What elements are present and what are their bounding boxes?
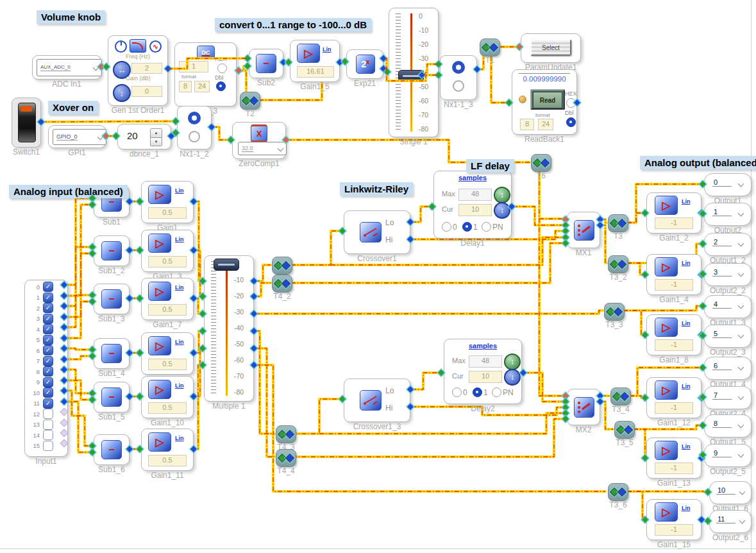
junction-t4[interactable]: [272, 257, 292, 275]
channel-checkbox[interactable]: [43, 377, 53, 387]
mode-0-radio[interactable]: [442, 222, 451, 232]
mode-pn-radio[interactable]: [492, 387, 501, 397]
gain-value-field[interactable]: -1: [655, 279, 693, 291]
junction-out-port[interactable]: [249, 96, 258, 105]
freq-value-field[interactable]: 2: [131, 63, 162, 74]
slider-knob[interactable]: [214, 259, 239, 271]
junction-t4-2[interactable]: T4_2: [272, 275, 292, 293]
channel-checkbox[interactable]: [43, 420, 53, 430]
max-knob-icon[interactable]: ↕: [494, 187, 510, 203]
junction-t2[interactable]: T2: [240, 92, 260, 110]
junction-out-port[interactable]: [281, 279, 290, 288]
gain-value-field[interactable]: 0.5: [148, 256, 187, 268]
gain-value-field[interactable]: 0.5: [148, 304, 187, 316]
block-output2[interactable]: 1Output2: [704, 203, 752, 226]
adc-in1-select[interactable]: AUX_ADC_0: [37, 59, 102, 76]
cur-knob-icon[interactable]: ↕: [504, 369, 521, 386]
junction-out-port[interactable]: [541, 158, 550, 167]
lin-link[interactable]: Lin: [175, 236, 184, 242]
gain-value-field[interactable]: 0.5: [148, 455, 187, 466]
block-output1-6[interactable]: 10Output1_6: [709, 481, 752, 504]
gain-value-field[interactable]: 0.5: [148, 359, 187, 370]
junction-out-port[interactable]: [620, 392, 629, 401]
format-int-field[interactable]: 8: [179, 81, 192, 92]
junction-t3-2[interactable]: T3_2: [608, 255, 628, 273]
gain-value-field[interactable]: -1: [655, 339, 693, 351]
block-output2-3[interactable]: 5Output2_3: [704, 325, 752, 348]
junction-t3-5[interactable]: T3_5: [614, 421, 635, 439]
dbl-radio[interactable]: [566, 117, 576, 127]
block-output2-6[interactable]: 11Output2_6: [709, 510, 752, 533]
junction-out-port[interactable]: [624, 425, 633, 434]
channel-checkbox[interactable]: [43, 324, 53, 334]
junction-out-port[interactable]: [614, 307, 623, 316]
junction-out-port[interactable]: [617, 260, 626, 269]
gain-value-field[interactable]: -1: [655, 463, 693, 474]
gpi1-select[interactable]: GPIO_0: [53, 129, 106, 145]
cur-delay-field[interactable]: 10: [469, 371, 502, 383]
samples-link[interactable]: samples: [444, 342, 521, 350]
lin-link[interactable]: Lin: [682, 443, 691, 450]
lin-link[interactable]: Lin: [682, 320, 691, 327]
mode-pn-radio[interactable]: [482, 222, 491, 232]
lowpass-curve-icon[interactable]: [130, 39, 146, 53]
junction-out-port[interactable]: [617, 219, 626, 228]
mode-1-radio[interactable]: [473, 387, 482, 397]
block-output2-5[interactable]: 9Output2_5: [704, 444, 752, 467]
gain-value-field[interactable]: -1: [655, 524, 693, 536]
junction-out-port[interactable]: [617, 488, 626, 497]
junction-out-port[interactable]: [285, 430, 294, 439]
junction-t3-4[interactable]: T3_4: [610, 387, 631, 405]
hex-radio[interactable]: [566, 98, 576, 108]
block-output1-5[interactable]: 8Output1_5: [704, 414, 752, 438]
max-delay-field[interactable]: 48: [469, 355, 502, 368]
lin-link[interactable]: Lin: [682, 505, 691, 511]
spinner-icon[interactable]: ▲▼: [150, 128, 162, 146]
mux-option-icon[interactable]: [453, 80, 464, 92]
rocker-switch-icon[interactable]: [18, 103, 36, 142]
junction-t3-3[interactable]: T3_3: [604, 303, 625, 321]
lin-link[interactable]: Lin: [682, 260, 691, 266]
block-output2-4[interactable]: 7Output2_4: [704, 386, 752, 409]
lin-link[interactable]: Lin: [323, 46, 332, 53]
max-delay-field[interactable]: 48: [458, 189, 492, 201]
block-output1[interactable]: 0Output1: [704, 173, 752, 196]
block-output1-4[interactable]: 6Output1_4: [704, 357, 752, 380]
channel-checkbox[interactable]: [43, 356, 53, 366]
channel-checkbox[interactable]: [43, 314, 53, 324]
block-output1-3[interactable]: 4Output1_3: [704, 295, 752, 318]
channel-checkbox[interactable]: [43, 366, 53, 377]
dbl-radio[interactable]: [216, 81, 226, 91]
junction-out-port[interactable]: [285, 454, 294, 463]
gain-value-field[interactable]: 0.5: [148, 402, 187, 414]
format-int-field[interactable]: 8: [520, 119, 534, 130]
power-icon[interactable]: [115, 40, 127, 53]
select-button[interactable]: Select: [530, 39, 571, 56]
samples-link[interactable]: samples: [434, 174, 511, 182]
gain-value-field[interactable]: 0.5: [148, 207, 187, 219]
max-knob-icon[interactable]: ↕: [504, 353, 521, 370]
slider-knob[interactable]: [398, 70, 424, 82]
debounce-value[interactable]: 20: [127, 130, 138, 141]
block-output2-2[interactable]: 3Output2_2: [704, 263, 752, 286]
lin-link[interactable]: Lin: [175, 187, 184, 194]
mux-option-selected-icon[interactable]: [452, 61, 465, 74]
cur-delay-field[interactable]: 10: [458, 204, 492, 216]
lin-link[interactable]: Lin: [175, 284, 184, 291]
lin-link[interactable]: Lin: [682, 383, 691, 389]
junction-t3[interactable]: T3: [608, 214, 628, 232]
junction-t4-3[interactable]: T4_3: [276, 425, 296, 443]
gain-value-field[interactable]: -1: [655, 217, 693, 229]
zerocomp-select[interactable]: 32.0: [238, 142, 287, 155]
read-button[interactable]: Read: [530, 89, 565, 110]
lin-link[interactable]: Lin: [682, 198, 691, 205]
gain-value-field[interactable]: -1: [655, 402, 693, 414]
channel-checkbox[interactable]: [43, 409, 53, 419]
block-output1-2[interactable]: 2Output1_2: [704, 233, 752, 256]
junction-t6[interactable]: T6: [531, 154, 551, 172]
dc-value-field[interactable]: 1: [179, 61, 208, 72]
cur-knob-icon[interactable]: ↕: [494, 202, 510, 219]
channel-checkbox[interactable]: [43, 282, 53, 292]
channel-checkbox[interactable]: [43, 387, 53, 398]
gain-knob-icon[interactable]: ↕: [113, 84, 131, 102]
